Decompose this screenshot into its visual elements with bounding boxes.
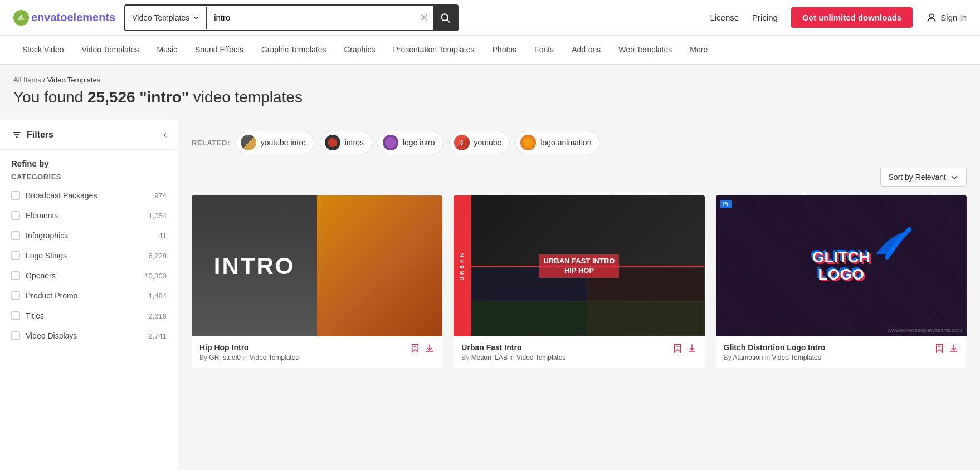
tag-intros[interactable]: intros [320, 131, 372, 154]
result-count: 25,526 [87, 89, 135, 106]
bookmark-button-urban[interactable] [672, 343, 682, 353]
category-name-logostings: Logo Stings [26, 251, 143, 260]
category-checkbox-logostings[interactable] [11, 251, 20, 260]
card-info-glitch: Glitch Distortion Logo Intro By Atamotio… [716, 336, 967, 368]
tag-thumb-logo-anim [520, 135, 536, 150]
chevron-down-icon [193, 14, 199, 21]
category-checkbox-productpromo[interactable] [11, 291, 20, 300]
breadcrumb-separator: / [43, 76, 47, 84]
tag-logo-animation[interactable]: logo animation [515, 131, 599, 154]
nav-graphics[interactable]: Graphics [335, 36, 384, 65]
logo[interactable]: envatoelements [13, 10, 115, 26]
category-link-glitch[interactable]: Video Templates [772, 354, 821, 361]
category-item-videodisplays[interactable]: Video Displays 2,741 [0, 326, 178, 346]
tag-label-logo-animation: logo animation [540, 138, 591, 147]
bookmark-button-glitch[interactable] [934, 343, 944, 353]
card-title-hiphop: Hip Hop Intro [199, 343, 299, 352]
pricing-link[interactable]: Pricing [752, 13, 778, 22]
watermark: WWW.MYAWESOMEWEBSITE.COM [888, 328, 962, 333]
tag-youtube[interactable]: 3 youtube [449, 131, 510, 154]
filter-icon [11, 129, 22, 140]
category-count-infographics: 41 [159, 232, 167, 240]
bookmark-icon-urban [672, 343, 682, 353]
category-checkbox-elements[interactable] [11, 211, 20, 220]
hiphop-collage: INTRO [192, 195, 442, 336]
nav-sound-effects[interactable]: Sound Effects [186, 36, 252, 65]
signin-label: Sign In [940, 13, 967, 22]
category-link-hiphop[interactable]: Video Templates [250, 354, 299, 361]
glitch-content: GLITCHLOGO [812, 249, 870, 283]
related-tags-row: RELATED: youtube intro intros logo intro… [192, 131, 967, 154]
tag-logo-intro[interactable]: logo intro [378, 131, 443, 154]
nav-web-templates[interactable]: Web Templates [610, 36, 681, 65]
breadcrumb-section: All Items / Video Templates You found 25… [0, 65, 980, 106]
content-area: RELATED: youtube intro intros logo intro… [178, 120, 980, 470]
header: envatoelements Video Templates ✕ License… [0, 0, 980, 36]
account-icon [926, 12, 937, 23]
category-checkbox-openers[interactable] [11, 271, 20, 280]
category-item-openers[interactable]: Openers 10,300 [0, 266, 178, 286]
category-item-productpromo[interactable]: Product Promo 1,484 [0, 286, 178, 306]
tag-youtube-intro[interactable]: youtube intro [236, 131, 314, 154]
page-title: You found 25,526 "intro" video templates [13, 89, 967, 106]
search-clear-button[interactable]: ✕ [416, 12, 433, 24]
category-count-logostings: 6,228 [148, 252, 167, 260]
category-link-urban[interactable]: Video Templates [516, 354, 565, 361]
breadcrumb-current: Video Templates [47, 76, 101, 84]
card-info-urban: Urban Fast Intro By Motion_LAB in Video … [454, 336, 704, 368]
sort-selector[interactable]: Sort by Relevant [880, 168, 967, 187]
card-author-glitch: By Atamotion in Video Templates [724, 354, 826, 361]
filters-title: Filters [11, 129, 53, 140]
product-card-hiphop[interactable]: INTRO Hip Hop Intro By GR_studi0 in Vide… [192, 195, 442, 368]
card-author-urban: By Motion_LAB in Video Templates [461, 354, 565, 361]
category-name-elements: Elements [26, 211, 143, 220]
category-checkbox-broadcast[interactable] [11, 191, 20, 200]
download-button-urban[interactable] [687, 343, 697, 353]
license-link[interactable]: License [710, 13, 739, 22]
card-text-glitch: Glitch Distortion Logo Intro By Atamotio… [724, 343, 826, 361]
category-checkbox-titles[interactable] [11, 311, 20, 320]
download-icon [425, 343, 435, 353]
author-link-urban[interactable]: Motion_LAB [471, 354, 508, 361]
nav-stock-video[interactable]: Stock Video [13, 36, 72, 65]
search-category-selector[interactable]: Video Templates [125, 7, 207, 29]
tag-thumb-youtube: 3 [454, 135, 470, 150]
category-name-infographics: Infographics [26, 231, 153, 240]
nav-music[interactable]: Music [148, 36, 186, 65]
search-button[interactable] [433, 6, 457, 30]
author-link-hiphop[interactable]: GR_studi0 [209, 354, 241, 361]
signin-button[interactable]: Sign In [926, 12, 967, 23]
category-list: Broadcast Packages 974 Elements 1,054 In… [0, 185, 178, 346]
unlimited-button[interactable]: Get unlimited downloads [791, 7, 913, 28]
breadcrumb-all-items[interactable]: All Items [13, 76, 41, 84]
category-item-elements[interactable]: Elements 1,054 [0, 205, 178, 226]
author-link-glitch[interactable]: Atamotion [733, 354, 763, 361]
brush-icon [870, 227, 915, 260]
download-button-hiphop[interactable] [425, 343, 435, 353]
category-item-logostings[interactable]: Logo Stings 6,228 [0, 246, 178, 266]
product-card-glitch[interactable]: Pr GLITCHLOGO WWW.MYAWESOMEWEBSITE.COM [716, 195, 967, 368]
nav-presentation-templates[interactable]: Presentation Templates [384, 36, 483, 65]
nav-fonts[interactable]: Fonts [525, 36, 563, 65]
categories-label: Categories [0, 173, 178, 185]
product-card-urban[interactable]: URBAN URBAN FAST INTROH [454, 195, 704, 368]
category-name-openers: Openers [26, 271, 139, 280]
nav-graphic-templates[interactable]: Graphic Templates [252, 36, 335, 65]
nav-photos[interactable]: Photos [484, 36, 526, 65]
category-item-titles[interactable]: Titles 2,616 [0, 306, 178, 326]
category-name-broadcast: Broadcast Packages [26, 191, 149, 200]
bookmark-button-hiphop[interactable] [410, 343, 420, 353]
nav-addons[interactable]: Add-ons [563, 36, 610, 65]
nav-more[interactable]: More [681, 36, 716, 65]
category-item-broadcast[interactable]: Broadcast Packages 974 [0, 185, 178, 205]
svg-point-3 [930, 14, 934, 18]
category-item-infographics[interactable]: Infographics 41 [0, 226, 178, 246]
search-input[interactable] [207, 7, 416, 29]
hiphop-right [317, 195, 442, 336]
nav-video-templates[interactable]: Video Templates [72, 36, 148, 65]
category-checkbox-videodisplays[interactable] [11, 331, 20, 340]
category-checkbox-infographics[interactable] [11, 231, 20, 240]
download-button-glitch[interactable] [949, 343, 959, 353]
breadcrumb: All Items / Video Templates [13, 76, 967, 84]
collapse-sidebar-button[interactable]: ‹ [163, 129, 167, 140]
